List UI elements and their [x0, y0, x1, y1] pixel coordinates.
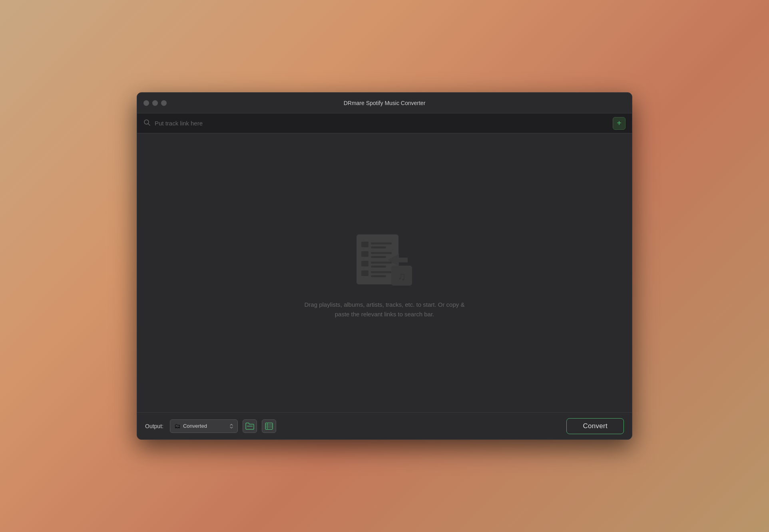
convert-button[interactable]: Convert [566, 418, 624, 434]
minimize-button[interactable] [152, 100, 158, 106]
app-window: DRmare Spotify Music Converter + [137, 92, 632, 440]
maximize-button[interactable] [161, 100, 167, 106]
svg-rect-4 [371, 242, 392, 244]
output-folder-name: Converted [183, 423, 227, 429]
svg-rect-14 [371, 275, 386, 277]
svg-rect-7 [371, 252, 392, 254]
svg-rect-10 [371, 262, 392, 264]
chevron-updown-icon [229, 423, 233, 429]
empty-state-icon: ♫ [353, 226, 416, 290]
traffic-lights [143, 100, 167, 106]
svg-rect-9 [361, 261, 369, 266]
view-list-button[interactable] [262, 419, 276, 433]
svg-rect-12 [361, 270, 369, 276]
main-content: ♫ Drag playlists, albums, artists, track… [137, 133, 632, 412]
svg-rect-6 [361, 251, 369, 257]
close-button[interactable] [143, 100, 149, 106]
empty-state-description: Drag playlists, albums, artists, tracks,… [301, 300, 468, 319]
svg-line-1 [148, 123, 150, 125]
add-track-button[interactable]: + [613, 117, 626, 130]
svg-rect-3 [361, 242, 369, 247]
svg-rect-5 [371, 246, 386, 248]
search-icon [143, 119, 151, 128]
folder-emoji: 🗂 [174, 423, 181, 430]
open-folder-button[interactable] [243, 419, 257, 433]
output-label: Output: [145, 423, 163, 429]
search-input[interactable] [155, 120, 609, 127]
window-title: DRmare Spotify Music Converter [344, 100, 426, 106]
svg-text:♫: ♫ [398, 270, 406, 282]
search-bar: + [137, 113, 632, 133]
svg-rect-11 [371, 266, 386, 268]
output-folder-selector[interactable]: 🗂 Converted [170, 419, 238, 433]
title-bar: DRmare Spotify Music Converter [137, 93, 632, 113]
svg-rect-17 [265, 423, 273, 429]
bottom-bar: Output: 🗂 Converted [137, 412, 632, 439]
svg-rect-8 [371, 256, 386, 258]
svg-rect-13 [371, 271, 392, 273]
